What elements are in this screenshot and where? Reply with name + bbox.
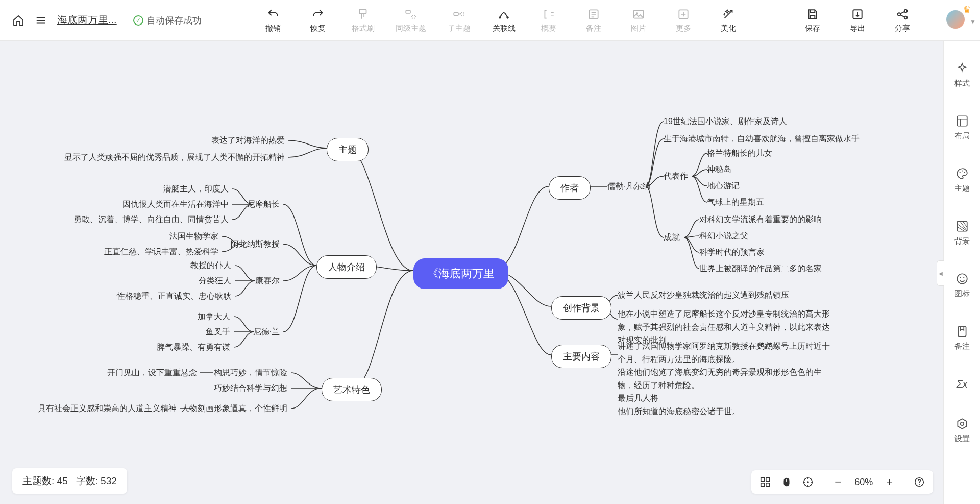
grid-view-button[interactable] bbox=[760, 476, 771, 488]
sidebar-settings[interactable]: 设置 bbox=[954, 417, 970, 444]
zoom-percent[interactable]: 60% bbox=[851, 477, 876, 488]
leaf[interactable]: 开门见山，设下重重悬念 bbox=[107, 368, 197, 378]
leaf[interactable]: 气球上的星期五 bbox=[707, 197, 764, 208]
node-conseil[interactable]: 康赛尔 bbox=[255, 276, 280, 286]
right-sidebar: ◀ 样式 布局 主题 背景 图标 备注 Σx 设置 bbox=[943, 41, 980, 504]
undo-button[interactable]: 撤销 bbox=[261, 7, 285, 33]
child-icon bbox=[452, 7, 466, 21]
leaf[interactable]: 神秘岛 bbox=[707, 164, 731, 175]
separator bbox=[824, 476, 824, 488]
sidebar-formula[interactable]: Σx bbox=[955, 377, 969, 391]
leaf[interactable]: 讲述了法国博物学家阿罗纳克斯教授在鹦鹉螺号上历时近十个月、行程两万法里的海底探险… bbox=[618, 340, 837, 418]
image-button: 图片 bbox=[626, 7, 651, 33]
center-button[interactable] bbox=[802, 476, 814, 488]
save-button[interactable]: 保存 bbox=[800, 7, 825, 33]
leaf[interactable]: 人物刻画形象逼真，个性鲜明 bbox=[181, 403, 287, 414]
svg-point-16 bbox=[959, 172, 960, 173]
help-button[interactable] bbox=[914, 476, 925, 488]
svg-rect-32 bbox=[786, 479, 787, 482]
relation-button[interactable]: 关联线 bbox=[492, 7, 516, 33]
zoom-out-button[interactable]: − bbox=[835, 475, 841, 489]
node-characters[interactable]: 人物介绍 bbox=[316, 255, 377, 279]
leaf[interactable]: 脾气暴躁、有勇有谋 bbox=[157, 342, 230, 353]
beautify-button[interactable]: 美化 bbox=[716, 7, 741, 33]
svg-rect-31 bbox=[784, 478, 790, 487]
leaf[interactable]: 生于海港城市南特，自幼喜欢航海，曾擅自离家做水手 bbox=[664, 134, 860, 145]
user-avatar[interactable]: ♛ ▼ bbox=[945, 9, 968, 32]
share-button[interactable]: 分享 bbox=[890, 7, 915, 33]
node-content[interactable]: 主要内容 bbox=[551, 345, 611, 368]
home-button[interactable] bbox=[12, 14, 24, 27]
leaf[interactable]: 教授的仆人 bbox=[190, 260, 231, 271]
save-icon bbox=[805, 7, 820, 21]
node-achv[interactable]: 成就 bbox=[664, 232, 680, 243]
sidebar-layout[interactable]: 布局 bbox=[954, 114, 970, 141]
mindmap-canvas[interactable]: 《海底两万里 主题 表达了对海洋的热爱 显示了人类顽强不屈的优秀品质，展现了人类… bbox=[0, 41, 943, 504]
zoom-in-button[interactable]: + bbox=[886, 475, 893, 489]
svg-point-17 bbox=[961, 171, 962, 172]
node-author-name[interactable]: 儒勒·凡尔纳 bbox=[607, 181, 650, 192]
node-author[interactable]: 作者 bbox=[549, 176, 591, 200]
svg-point-22 bbox=[963, 277, 964, 278]
leaf[interactable]: 波兰人民反对沙皇独裁统治的起义遭到残酷镇压 bbox=[618, 290, 789, 301]
topics-value: 45 bbox=[57, 475, 68, 486]
node-works[interactable]: 代表作 bbox=[664, 171, 688, 182]
svg-rect-3 bbox=[454, 13, 459, 15]
leaf[interactable]: 正直仁慈、学识丰富、热爱科学 bbox=[104, 247, 218, 257]
sidebar-theme[interactable]: 主题 bbox=[954, 166, 970, 194]
layout-icon bbox=[955, 114, 969, 128]
leaf[interactable]: 巧妙结合科学与幻想 bbox=[214, 383, 287, 394]
menu-button[interactable] bbox=[35, 14, 47, 27]
root-node[interactable]: 《海底两万里 bbox=[413, 258, 508, 289]
note-button: 备注 bbox=[581, 7, 606, 33]
leaf[interactable]: 鱼叉手 bbox=[206, 327, 230, 338]
leaf[interactable]: 科幻小说之父 bbox=[699, 231, 748, 242]
leaf[interactable]: 加拿大人 bbox=[198, 311, 230, 322]
sidebar-style[interactable]: 样式 bbox=[954, 61, 970, 88]
leaf[interactable]: 勇敢、沉着、博学、向往自由、同情贫苦人 bbox=[74, 214, 229, 225]
node-theme[interactable]: 主题 bbox=[327, 138, 369, 161]
more-button: 更多 bbox=[671, 7, 696, 33]
leaf[interactable]: 性格稳重、正直诚实、忠心耿耿 bbox=[117, 291, 231, 302]
leaf[interactable]: 因仇恨人类而在生活在海洋中 bbox=[122, 199, 229, 210]
sidebar-background[interactable]: 背景 bbox=[954, 219, 970, 246]
status-bar: 主题数: 45 字数: 532 bbox=[12, 468, 127, 494]
svg-point-6 bbox=[507, 16, 509, 18]
redo-icon bbox=[311, 7, 325, 21]
node-background[interactable]: 创作背景 bbox=[551, 296, 611, 320]
sidebar-icon[interactable]: 图标 bbox=[954, 272, 970, 299]
leaf[interactable]: 法国生物学家 bbox=[169, 231, 218, 242]
node-aronnax[interactable]: 阿龙纳斯教授 bbox=[231, 239, 280, 250]
redo-button[interactable]: 恢复 bbox=[306, 7, 330, 33]
leaf[interactable]: 具有社会正义感和崇高的人道主义精神 bbox=[38, 403, 177, 414]
leaf[interactable]: 潜艇主人，印度人 bbox=[163, 184, 229, 195]
svg-point-21 bbox=[960, 277, 961, 278]
node-art[interactable]: 艺术特色 bbox=[322, 378, 382, 401]
leaf[interactable]: 格兰特船长的儿女 bbox=[707, 148, 772, 159]
topics-label: 主题数: bbox=[22, 475, 54, 486]
leaf[interactable]: 对科幻文学流派有着重要的的影响 bbox=[699, 214, 822, 225]
leaf[interactable]: 分类狂人 bbox=[199, 276, 231, 286]
svg-point-18 bbox=[964, 172, 965, 173]
summary-icon bbox=[542, 7, 556, 21]
palette-icon bbox=[955, 166, 969, 181]
node-ned[interactable]: 尼德·兰 bbox=[253, 327, 280, 338]
export-button[interactable]: 导出 bbox=[845, 7, 870, 33]
image-icon bbox=[631, 7, 646, 21]
document-title[interactable]: 海底两万里... bbox=[57, 13, 117, 27]
background-icon bbox=[955, 219, 969, 233]
sidebar-note[interactable]: 备注 bbox=[954, 324, 970, 351]
node-nemo[interactable]: 尼摩船长 bbox=[247, 199, 280, 210]
leaf[interactable]: 地心游记 bbox=[707, 181, 740, 191]
check-icon: ✓ bbox=[133, 15, 143, 26]
leaf[interactable]: 构思巧妙，情节惊险 bbox=[214, 368, 287, 378]
leaf[interactable]: 19世纪法国小说家、剧作家及诗人 bbox=[664, 116, 787, 127]
leaf[interactable]: 显示了人类顽强不屈的优秀品质，展现了人类不懈的开拓精神 bbox=[64, 152, 285, 163]
leaf[interactable]: 表达了对海洋的热爱 bbox=[211, 135, 285, 146]
sibling-icon bbox=[404, 7, 418, 21]
share-icon bbox=[895, 7, 910, 21]
formula-icon: Σx bbox=[955, 377, 969, 391]
leaf[interactable]: 世界上被翻译的作品第二多的名家 bbox=[699, 263, 822, 274]
leaf[interactable]: 科学时代的预言家 bbox=[699, 247, 765, 258]
mouse-mode-button[interactable] bbox=[781, 476, 792, 488]
